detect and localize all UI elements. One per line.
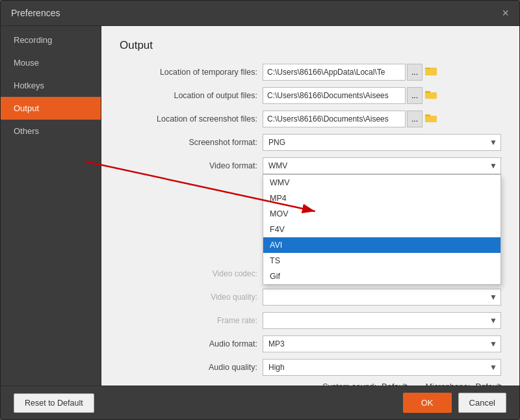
frame-rate-wrapper: ▼ bbox=[263, 312, 501, 329]
sidebar-item-mouse[interactable]: Mouse bbox=[1, 51, 101, 74]
output-files-row: Location of output files: ... bbox=[120, 87, 501, 104]
screenshot-files-dots-button[interactable]: ... bbox=[407, 111, 422, 127]
output-files-dots-button[interactable]: ... bbox=[407, 87, 422, 104]
video-format-option-gif[interactable]: Gif bbox=[263, 269, 500, 284]
temp-files-row: Location of temporary files: ... bbox=[120, 64, 501, 81]
sidebar: Recording Mouse Hotkeys Output Others bbox=[1, 26, 101, 386]
temp-files-dots-button[interactable]: ... bbox=[407, 64, 422, 81]
temp-files-input[interactable] bbox=[263, 64, 406, 81]
audio-quality-select[interactable]: High Medium Low bbox=[263, 359, 501, 376]
system-sound-value: Default bbox=[382, 382, 408, 386]
screenshot-format-select[interactable]: PNG JPG BMP bbox=[263, 134, 501, 151]
video-format-option-mov[interactable]: MOV bbox=[263, 206, 500, 222]
title-bar: Preferences × bbox=[1, 1, 519, 26]
video-format-option-mp4[interactable]: MP4 bbox=[263, 190, 500, 206]
output-section-title: Output bbox=[120, 39, 501, 52]
preferences-dialog: Preferences × Recording Mouse Hotkeys Ou… bbox=[0, 0, 520, 420]
video-format-label: Video format: bbox=[120, 161, 263, 170]
svg-rect-4 bbox=[425, 91, 430, 93]
svg-rect-6 bbox=[425, 114, 430, 116]
screenshot-format-row: Screenshot format: PNG JPG BMP ▼ bbox=[120, 134, 501, 151]
screenshot-format-wrapper: PNG JPG BMP ▼ bbox=[263, 134, 501, 151]
screenshot-files-row: Location of screenshot files: ... bbox=[120, 111, 501, 127]
video-format-wrapper: WMV ▼ WMV MP4 MOV F4V AVI TS Gif bbox=[263, 157, 501, 174]
screenshot-files-group: ... bbox=[263, 111, 501, 127]
temp-files-group: ... bbox=[263, 64, 501, 81]
system-sound-label: System sound: bbox=[322, 382, 376, 386]
screenshot-files-input[interactable] bbox=[263, 111, 406, 127]
reset-to-default-button[interactable]: Reset to Default bbox=[14, 393, 94, 413]
video-quality-select[interactable] bbox=[263, 289, 501, 306]
video-format-option-f4v[interactable]: F4V bbox=[263, 222, 500, 237]
svg-rect-5 bbox=[425, 116, 437, 122]
video-format-dropdown-menu: WMV MP4 MOV F4V AVI TS Gif bbox=[263, 174, 501, 285]
screenshot-files-label: Location of screenshot files: bbox=[120, 114, 263, 124]
system-sound-row: System sound: Default Microphone: Defaul… bbox=[120, 382, 501, 386]
content-area: Output Location of temporary files: ... bbox=[101, 26, 519, 386]
footer: Reset to Default OK Cancel bbox=[1, 386, 519, 419]
svg-rect-2 bbox=[425, 69, 437, 75]
audio-quality-row: Audio quality: High Medium Low ▼ bbox=[120, 359, 501, 376]
microphone-label: Microphone: bbox=[426, 382, 471, 386]
frame-rate-row: Frame rate: ▼ bbox=[120, 312, 501, 329]
audio-quality-wrapper: High Medium Low ▼ bbox=[263, 359, 501, 376]
main-content: Recording Mouse Hotkeys Output Others Ou… bbox=[1, 26, 519, 386]
video-quality-wrapper: ▼ bbox=[263, 289, 501, 306]
audio-format-label: Audio format: bbox=[120, 339, 263, 348]
output-files-input[interactable] bbox=[263, 87, 406, 104]
output-files-group: ... bbox=[263, 87, 501, 104]
frame-rate-select[interactable] bbox=[263, 312, 501, 329]
sidebar-item-others[interactable]: Others bbox=[1, 120, 101, 142]
video-format-option-ts[interactable]: TS bbox=[263, 253, 500, 269]
temp-files-folder-button[interactable] bbox=[425, 66, 437, 79]
temp-files-label: Location of temporary files: bbox=[120, 68, 263, 77]
frame-rate-label: Frame rate: bbox=[120, 316, 263, 325]
sidebar-item-output[interactable]: Output bbox=[1, 97, 101, 120]
dialog-title: Preferences bbox=[11, 8, 60, 18]
video-format-row: Video format: WMV ▼ WMV MP4 MOV F4V AVI … bbox=[120, 157, 501, 174]
video-quality-label: Video quality: bbox=[120, 293, 263, 302]
svg-rect-3 bbox=[425, 92, 437, 99]
video-format-option-avi[interactable]: AVI bbox=[263, 237, 500, 253]
audio-quality-label: Audio quality: bbox=[120, 363, 263, 372]
audio-format-select[interactable]: MP3 AAC M4A bbox=[263, 335, 501, 352]
microphone-value: Default bbox=[475, 382, 501, 386]
cancel-button[interactable]: Cancel bbox=[458, 393, 506, 413]
sidebar-item-recording[interactable]: Recording bbox=[1, 29, 101, 51]
sidebar-item-hotkeys[interactable]: Hotkeys bbox=[1, 74, 101, 97]
ok-button[interactable]: OK bbox=[403, 393, 452, 413]
footer-buttons: OK Cancel bbox=[403, 393, 506, 413]
video-quality-row: Video quality: ▼ bbox=[120, 289, 501, 306]
output-files-folder-button[interactable] bbox=[425, 89, 437, 102]
video-codec-label: Video codec: bbox=[120, 269, 263, 278]
close-button[interactable]: × bbox=[502, 7, 509, 19]
output-files-label: Location of output files: bbox=[120, 91, 263, 100]
audio-format-row: Audio format: MP3 AAC M4A ▼ bbox=[120, 335, 501, 352]
screenshot-format-label: Screenshot format: bbox=[120, 138, 263, 147]
screenshot-files-folder-button[interactable] bbox=[425, 112, 437, 125]
video-format-select[interactable]: WMV bbox=[263, 157, 501, 174]
audio-format-wrapper: MP3 AAC M4A ▼ bbox=[263, 335, 501, 352]
video-format-option-wmv[interactable]: WMV bbox=[263, 175, 500, 190]
